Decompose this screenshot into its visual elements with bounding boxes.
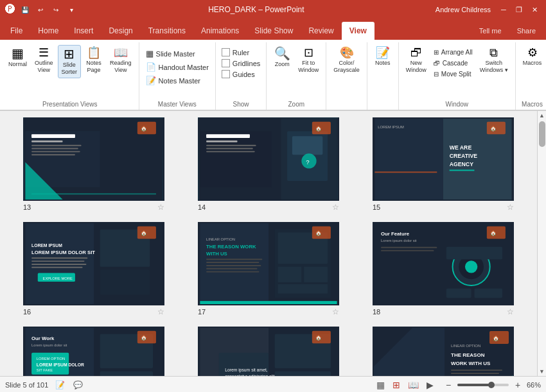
cb-guides[interactable]: Guides: [220, 69, 257, 79]
slide-thumb-21[interactable]: LINEAR OPTION THE REASON WORK WITH US 🏠: [373, 327, 514, 376]
btn-notes[interactable]: 📝 Notes: [371, 45, 394, 69]
tab-insert[interactable]: Insert: [66, 22, 101, 40]
tab-view[interactable]: View: [342, 22, 374, 40]
quick-save[interactable]: 💾: [19, 4, 31, 15]
zoom-out-btn[interactable]: −: [442, 379, 455, 391]
redo-btn[interactable]: ↪: [50, 4, 62, 15]
svg-text:LOREM IPSUM: LOREM IPSUM: [378, 125, 404, 129]
zoom-handle[interactable]: [488, 382, 495, 388]
btn-fit-to-window[interactable]: ⊡ Fit toWindow: [295, 45, 322, 76]
btn-reading-view[interactable]: 📖 ReadingView: [107, 45, 135, 76]
btn-macros[interactable]: ⚙ Macros: [520, 45, 545, 69]
cb-ruler[interactable]: Ruler: [220, 47, 251, 57]
slideshow-btn[interactable]: ▶: [425, 379, 436, 391]
zoom-in-btn[interactable]: +: [511, 379, 524, 391]
slide-thumb-17[interactable]: LINEAR OPTION THE REASON WORK WITH US: [198, 222, 339, 305]
notes-page-icon: 📋: [87, 47, 101, 58]
svg-text:LINEAR OPTION: LINEAR OPTION: [451, 344, 480, 348]
tab-home[interactable]: Home: [30, 22, 66, 40]
gridlines-checkbox[interactable]: [222, 59, 230, 67]
notes-toggle-btn[interactable]: 📝: [53, 379, 66, 391]
svg-text:Lorem ipsum dolor sit: Lorem ipsum dolor sit: [381, 239, 417, 243]
group-master-views: ▦ Slide Master 📄 Handout Master 📝 Notes …: [139, 42, 216, 110]
slide-item-18[interactable]: Our Feature Lorem ipsum dolor sit 🏠 18 ☆: [362, 222, 524, 316]
scroll-thumb[interactable]: [539, 121, 545, 147]
btn-slide-sorter[interactable]: ⊞ SlideSorter: [58, 45, 82, 78]
tab-transitions[interactable]: Transitions: [141, 22, 193, 40]
scroll-down[interactable]: ▼: [538, 367, 547, 376]
btn-normal[interactable]: ▦ Normal: [5, 45, 30, 70]
customize-btn[interactable]: ▾: [66, 4, 77, 15]
ruler-checkbox[interactable]: [222, 48, 230, 56]
slide-thumb-16[interactable]: LOREM IPSUM LOREM IPSUM DOLOR SIT EXPLOR…: [23, 222, 164, 305]
comments-btn[interactable]: 💬: [71, 379, 84, 391]
undo-btn[interactable]: ↩: [35, 4, 46, 15]
svg-text:Lorem ipsum dolor sit: Lorem ipsum dolor sit: [31, 343, 67, 347]
btn-notes-page[interactable]: 📋 NotesPage: [82, 45, 105, 76]
slide-number-14: 14 ☆: [198, 203, 339, 212]
slide-item-15[interactable]: WE ARE CREATIVE AGENCY LOREM IPSUM 🏠 15 …: [362, 117, 524, 212]
close-btn[interactable]: ✕: [528, 3, 541, 16]
svg-rect-72: [381, 247, 437, 248]
outline-icon: ☰: [39, 47, 49, 58]
tab-review[interactable]: Review: [301, 22, 341, 40]
slide-thumb-14[interactable]: ? 🏠: [198, 117, 339, 201]
slide-thumb-18[interactable]: Our Feature Lorem ipsum dolor sit 🏠: [373, 222, 514, 305]
cb-gridlines[interactable]: Gridlines: [220, 58, 262, 68]
slide-item-14[interactable]: ? 🏠 14 ☆: [188, 117, 349, 212]
slide-item-17[interactable]: LINEAR OPTION THE REASON WORK WITH US: [188, 222, 349, 316]
svg-text:🏠: 🏠: [141, 125, 147, 132]
slide-item-19[interactable]: Our Work Lorem ipsum dolor sit LOREM OPT…: [13, 327, 175, 376]
tab-file[interactable]: File: [3, 22, 30, 40]
group-color: 🎨 Color/Grayscale: [326, 42, 367, 110]
slide-item-16[interactable]: LOREM IPSUM LOREM IPSUM DOLOR SIT EXPLOR…: [13, 222, 175, 316]
svg-text:LINEAR OPTION: LINEAR OPTION: [206, 237, 235, 241]
btn-cascade[interactable]: 🗗 Cascade: [431, 58, 475, 68]
share-btn[interactable]: Share: [509, 22, 543, 40]
btn-notes-master[interactable]: 📝 Notes Master: [143, 74, 203, 87]
tab-design[interactable]: Design: [101, 22, 140, 40]
tab-slideshow[interactable]: Slide Show: [247, 22, 301, 40]
slide-sorter-view-btn[interactable]: ⊞: [391, 379, 402, 391]
btn-switch-windows[interactable]: ⧉ SwitchWindows ▾: [477, 45, 511, 76]
svg-text:?: ?: [306, 158, 310, 166]
arrange-icon: ⊞: [434, 49, 439, 56]
restore-btn[interactable]: ❐: [513, 3, 525, 16]
group-show: Ruler Gridlines Guides Show: [216, 42, 267, 110]
slide-number-16: 16 ☆: [23, 307, 164, 316]
svg-text:WE ARE: WE ARE: [450, 144, 472, 151]
slide-item-21[interactable]: LINEAR OPTION THE REASON WORK WITH US 🏠: [362, 327, 524, 376]
star-13: ☆: [157, 203, 164, 212]
btn-zoom[interactable]: 🔍 Zoom: [270, 45, 294, 70]
slide-item-13[interactable]: 🏠 13 ☆: [13, 117, 175, 212]
zoom-level[interactable]: 66%: [527, 381, 541, 389]
slide-thumb-19[interactable]: Our Work Lorem ipsum dolor sit LOREM OPT…: [23, 327, 164, 376]
guides-checkbox[interactable]: [222, 70, 230, 78]
scroll-up[interactable]: ▲: [538, 111, 547, 120]
svg-rect-48: [100, 270, 150, 295]
btn-new-window[interactable]: 🗗 NewWindow: [403, 45, 430, 76]
title-bar-right: Andrew Childress ─ ❐ ✕: [436, 3, 541, 16]
slide-thumb-13[interactable]: 🏠: [23, 117, 164, 201]
reading-view-btn[interactable]: 📖: [406, 379, 421, 391]
btn-outline-view[interactable]: ☰ OutlineView: [31, 45, 57, 76]
scrollbar-right[interactable]: ▲ ▼: [537, 111, 546, 376]
btn-arrange-all[interactable]: ⊞ Arrange All: [431, 47, 475, 57]
tab-help[interactable]: Tell me: [471, 22, 509, 40]
slide-item-20[interactable]: Lorem ipsum sit amet, consectetur adipis…: [188, 327, 349, 376]
slide-thumb-20[interactable]: Lorem ipsum sit amet, consectetur adipis…: [198, 327, 339, 376]
btn-color-grayscale[interactable]: 🎨 Color/Grayscale: [330, 45, 363, 76]
group-zoom: 🔍 Zoom ⊡ Fit toWindow Zoom: [267, 42, 326, 110]
minimize-btn[interactable]: ─: [497, 3, 510, 16]
svg-rect-19: [206, 151, 255, 152]
zoom-slider[interactable]: [457, 384, 509, 386]
normal-icon: ▦: [12, 47, 24, 60]
normal-view-btn[interactable]: ▦: [374, 379, 387, 391]
btn-move-split[interactable]: ⊟ Move Split: [431, 69, 475, 79]
slide-thumb-15[interactable]: WE ARE CREATIVE AGENCY LOREM IPSUM 🏠: [373, 117, 514, 201]
svg-rect-14: [200, 131, 271, 187]
slide-info: Slide 5 of 101: [5, 381, 48, 389]
btn-slide-master[interactable]: ▦ Slide Master: [143, 47, 198, 60]
tab-animations[interactable]: Animations: [193, 22, 247, 40]
btn-handout-master[interactable]: 📄 Handout Master: [143, 61, 211, 73]
